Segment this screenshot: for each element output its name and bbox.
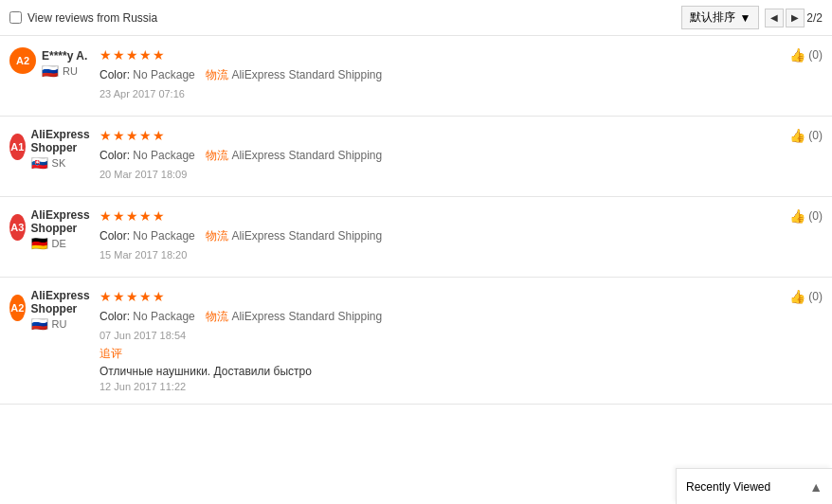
- star-icon: ★: [126, 208, 138, 224]
- review-content: ★★★★★ Color: No Package 物流 AliExpress St…: [95, 47, 823, 104]
- star-icon: ★: [99, 289, 112, 304]
- reviewer-flag: 🇷🇺 RU: [31, 318, 95, 330]
- shipping-value: AliExpress Standard Shipping: [231, 229, 382, 243]
- star-icon: ★: [139, 208, 152, 224]
- color-value: No Package: [133, 229, 194, 243]
- review-item: A1 AliExpress Shopper 🇸🇰 SK ★★★★★ Color:…: [0, 117, 832, 197]
- like-count: (0): [808, 48, 823, 62]
- star-icon: ★: [153, 208, 165, 224]
- flag-icon: 🇩🇪: [31, 238, 48, 249]
- top-bar: View reviews from Russia 默认排序 ▼ ◀ ▶ 2/2: [0, 0, 832, 36]
- reviewer-info: A1 AliExpress Shopper 🇸🇰 SK: [9, 128, 95, 169]
- review-date: 07 Jun 2017 18:54: [99, 330, 823, 341]
- shipping-label: 物流: [206, 310, 228, 323]
- star-icon: ★: [126, 289, 138, 304]
- review-content: ★★★★★ Color: No Package 物流 AliExpress St…: [95, 289, 823, 392]
- followup-date: 12 Jun 2017 11:22: [99, 381, 823, 392]
- reviewer-name: AliExpress Shopper: [31, 128, 95, 154]
- star-icon: ★: [99, 208, 112, 224]
- sort-label: 默认排序: [690, 9, 735, 26]
- shipping-value: AliExpress Standard Shipping: [231, 68, 382, 81]
- recently-viewed-chevron-icon: ▲: [809, 479, 823, 495]
- like-count: (0): [808, 290, 823, 303]
- color-label: Color:: [99, 229, 130, 243]
- star-rating: ★★★★★: [99, 128, 823, 143]
- shipping-label: 物流: [206, 68, 228, 81]
- star-icon: ★: [126, 128, 138, 143]
- shipping-label: 物流: [206, 149, 228, 162]
- star-icon: ★: [99, 128, 112, 143]
- review-meta: Color: No Package 物流 AliExpress Standard…: [99, 309, 823, 325]
- color-label: Color:: [99, 149, 130, 162]
- shipping-value: AliExpress Standard Shipping: [231, 310, 382, 323]
- russia-filter-checkbox[interactable]: View reviews from Russia: [9, 11, 157, 25]
- color-label: Color:: [99, 68, 130, 81]
- shipping-label: 物流: [206, 229, 228, 243]
- country-code: DE: [52, 238, 66, 249]
- color-label: Color:: [99, 310, 130, 323]
- review-meta: Color: No Package 物流 AliExpress Standard…: [99, 228, 823, 244]
- star-icon: ★: [153, 128, 165, 143]
- reviewer-flag: 🇸🇰 SK: [31, 157, 95, 169]
- star-icon: ★: [99, 47, 112, 63]
- avatar: A3: [9, 214, 26, 241]
- followup-text: Отличные наушники. Доставили быстро: [99, 365, 823, 378]
- country-code: RU: [52, 318, 67, 330]
- thumbs-up-icon: 👍: [789, 208, 805, 224]
- thumbs-up-icon: 👍: [789, 128, 805, 143]
- recently-viewed-bar[interactable]: Recently Viewed ▲: [676, 468, 832, 504]
- reviewer-info: A2 E****y A. 🇷🇺 RU: [9, 47, 95, 78]
- page-info: 2/2: [806, 11, 823, 25]
- reviewer-name: AliExpress Shopper: [31, 289, 95, 315]
- review-date: 20 Mar 2017 18:09: [99, 169, 823, 180]
- sort-chevron-icon: ▼: [739, 11, 751, 25]
- like-button[interactable]: 👍 (0): [789, 208, 823, 224]
- followup-label: 追评: [99, 346, 823, 362]
- flag-icon: 🇷🇺: [42, 65, 59, 77]
- country-code: RU: [63, 65, 78, 77]
- like-count: (0): [808, 129, 823, 142]
- star-icon: ★: [113, 289, 125, 304]
- shipping-value: AliExpress Standard Shipping: [231, 149, 382, 162]
- review-meta: Color: No Package 物流 AliExpress Standard…: [99, 148, 823, 164]
- reviewer-flag: 🇩🇪 DE: [31, 238, 95, 249]
- prev-page-button[interactable]: ◀: [765, 9, 784, 27]
- star-icon: ★: [126, 47, 138, 63]
- like-count: (0): [808, 209, 823, 223]
- review-item: A3 AliExpress Shopper 🇩🇪 DE ★★★★★ Color:…: [0, 197, 832, 278]
- review-meta: Color: No Package 物流 AliExpress Standard…: [99, 67, 823, 83]
- like-button[interactable]: 👍 (0): [789, 47, 823, 63]
- star-icon: ★: [113, 208, 125, 224]
- thumbs-up-icon: 👍: [789, 47, 805, 63]
- reviewer-info: A3 AliExpress Shopper 🇩🇪 DE: [9, 208, 95, 249]
- next-page-button[interactable]: ▶: [786, 9, 805, 27]
- country-code: SK: [52, 157, 66, 169]
- page-nav: ◀ ▶ 2/2: [765, 9, 823, 27]
- star-icon: ★: [113, 128, 125, 143]
- russia-filter-label: View reviews from Russia: [27, 11, 157, 25]
- avatar: A2: [9, 295, 26, 321]
- review-item: A2 E****y A. 🇷🇺 RU ★★★★★ Color: No Packa…: [0, 36, 832, 117]
- star-icon: ★: [139, 47, 152, 63]
- flag-icon: 🇸🇰: [31, 157, 48, 169]
- color-value: No Package: [133, 310, 194, 323]
- star-icon: ★: [139, 128, 152, 143]
- review-item: A2 AliExpress Shopper 🇷🇺 RU ★★★★★ Color:…: [0, 278, 832, 405]
- color-value: No Package: [133, 149, 194, 162]
- star-icon: ★: [153, 289, 165, 304]
- reviewer-info: A2 AliExpress Shopper 🇷🇺 RU: [9, 289, 95, 330]
- avatar: A1: [9, 134, 26, 160]
- review-date: 23 Apr 2017 07:16: [99, 88, 823, 99]
- star-icon: ★: [113, 47, 125, 63]
- like-button[interactable]: 👍 (0): [789, 289, 823, 304]
- review-content: ★★★★★ Color: No Package 物流 AliExpress St…: [95, 208, 823, 265]
- star-rating: ★★★★★: [99, 47, 823, 63]
- like-button[interactable]: 👍 (0): [789, 128, 823, 143]
- star-icon: ★: [153, 47, 165, 63]
- reviewer-name: AliExpress Shopper: [31, 208, 95, 235]
- recently-viewed-label: Recently Viewed: [686, 480, 770, 494]
- reviewer-name: E****y A.: [42, 49, 87, 63]
- flag-icon: 🇷🇺: [31, 318, 48, 330]
- reviews-container: A2 E****y A. 🇷🇺 RU ★★★★★ Color: No Packa…: [0, 36, 832, 468]
- sort-button[interactable]: 默认排序 ▼: [681, 6, 759, 29]
